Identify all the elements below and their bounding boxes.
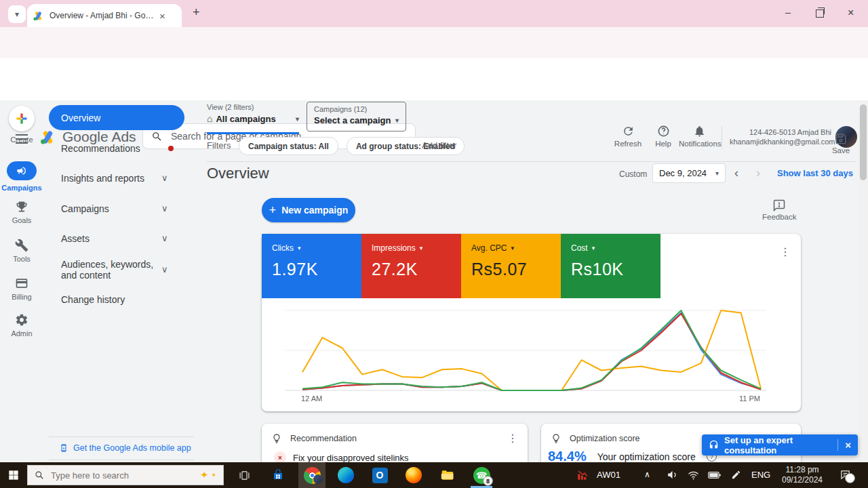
window-minimize-button[interactable]: – [785, 7, 791, 18]
whatsapp-taskbar-button[interactable]: ☎ 8 [468, 462, 495, 488]
nav-item-overview[interactable]: Overview [49, 105, 184, 130]
chevron-down-icon[interactable]: ▾ [511, 245, 514, 251]
wifi-icon[interactable] [688, 470, 699, 481]
rail-admin-label: Admin [0, 329, 43, 338]
nav-item-audiences[interactable]: Audiences, keywords, and content [61, 259, 164, 281]
content-divider [207, 161, 856, 162]
chevron-down-icon: ▾ [15, 9, 19, 19]
chrome-taskbar-button[interactable] [298, 462, 326, 488]
recommendation-kebab-icon[interactable]: ⋮ [507, 432, 518, 445]
chevron-down-icon[interactable]: ▾ [420, 245, 423, 251]
nav-item-campaigns[interactable]: Campaigns [61, 203, 109, 214]
scrollbar-thumb[interactable] [860, 104, 867, 180]
show-last-30-days-link[interactable]: Show last 30 days [777, 168, 853, 178]
language-indicator[interactable]: ENG [751, 470, 770, 480]
metric-tile[interactable]: Impressions ▾ 27.2K [361, 234, 461, 298]
nav-item-insights[interactable]: Insights and reports [61, 173, 144, 184]
chevron-down-icon[interactable]: ∨ [161, 264, 168, 274]
copilot-sparkle-icon: ✦ [200, 469, 209, 481]
save-button[interactable]: Save [826, 133, 856, 155]
tray-app-label[interactable]: AW01 [597, 470, 620, 480]
outlook-taskbar-button[interactable]: O [366, 462, 393, 488]
metric-tile[interactable]: Avg. CPC ▾ Rs5.07 [461, 234, 561, 298]
feedback-button[interactable]: Feedback [762, 199, 796, 221]
metric-tile[interactable]: Clicks ▾ 1.97K [262, 234, 361, 298]
add-filter-button[interactable]: Add filter [422, 140, 456, 150]
performance-chart [285, 304, 766, 405]
volume-icon[interactable] [667, 469, 678, 481]
browser-toolbar: ← → ⟳ ads.google.com/aw/ov... ☆ D ▸ S SQ… [0, 27, 868, 59]
task-view-button[interactable] [231, 462, 258, 488]
microsoft-store-button[interactable] [264, 462, 292, 488]
rail-create[interactable]: Create [0, 106, 43, 144]
tab-close-icon[interactable]: × [159, 10, 165, 22]
taskbar-search-input[interactable] [50, 470, 195, 481]
notifications-button[interactable]: Notifications [679, 125, 719, 148]
campaign-selector[interactable]: Campaigns (12) Select a campaign ▾ [307, 102, 406, 131]
rail-goals[interactable]: Goals [0, 200, 43, 224]
nav-item-recommendations[interactable]: Recommendations [61, 143, 140, 154]
taskbar-search-box[interactable]: ✦ ✦ [27, 465, 224, 485]
view-selector[interactable]: View (2 filters) ⌂ All campaigns ▾ [207, 103, 299, 132]
filter-chip[interactable]: Campaign status: All [239, 137, 338, 155]
edge-icon [338, 467, 354, 483]
nav-item-change-history[interactable]: Change history [61, 294, 125, 305]
metric-label: Avg. CPC [471, 243, 507, 253]
view-selector-value: All campaigns [216, 114, 275, 124]
metric-tile[interactable]: Cost ▾ Rs10K [561, 234, 660, 298]
new-campaign-button[interactable]: + New campaign [262, 198, 355, 222]
expert-consultation-banner[interactable]: Set up an expert consultation × [702, 434, 858, 455]
rail-admin[interactable]: Admin [0, 313, 43, 338]
new-tab-button[interactable]: + [193, 5, 200, 20]
feedback-icon [773, 199, 785, 211]
page-scrollbar[interactable] [859, 100, 868, 462]
rail-billing[interactable]: Billing [0, 277, 43, 301]
file-explorer-button[interactable] [434, 462, 461, 488]
chevron-down-icon[interactable]: ▾ [298, 245, 301, 251]
account-email: khanamjidkhanking@gmail.com [730, 137, 831, 146]
recommendation-item-label[interactable]: Fix your disapproved sitelinks [293, 453, 409, 463]
tray-chart-icon[interactable] [576, 469, 589, 481]
browser-tab[interactable]: Overview - Amjad Bhi - Google × [27, 4, 182, 27]
clock-time[interactable]: 11:28 pm [778, 465, 826, 474]
campaign-megaphone-icon[interactable] [7, 161, 37, 180]
plus-icon: + [269, 203, 277, 218]
chevron-down-icon[interactable]: ∨ [161, 203, 168, 214]
date-next-button[interactable]: › [756, 166, 760, 180]
chevron-down-icon[interactable]: ∨ [161, 233, 168, 243]
refresh-button[interactable]: Refresh [608, 125, 648, 148]
windows-taskbar: ✦ ✦ O ☎ 8 [0, 462, 868, 488]
mobile-app-link[interactable]: Get the Google Ads mobile app [60, 443, 191, 453]
recommendations-badge-dot [168, 146, 174, 151]
edge-taskbar-button[interactable] [332, 462, 359, 488]
window-restore-button[interactable] [816, 9, 824, 20]
chevron-down-icon[interactable]: ∨ [161, 173, 168, 183]
help-button[interactable]: Help [643, 125, 684, 148]
metric-label: Clicks [272, 243, 294, 253]
chevron-down-icon[interactable]: ▾ [592, 245, 595, 251]
clock-date[interactable]: 09/12/2024 [778, 475, 826, 485]
firefox-icon [406, 467, 422, 483]
view-selector-label: View (2 filters) [207, 103, 299, 111]
overview-card-kebab-icon[interactable]: ⋮ [780, 245, 791, 258]
create-plus-icon[interactable] [9, 106, 35, 131]
pen-icon[interactable] [731, 470, 741, 480]
window-close-button[interactable]: × [848, 7, 854, 19]
date-prev-button[interactable]: ‹ [734, 166, 738, 180]
date-picker[interactable]: Dec 9, 2024 ▾ [652, 163, 726, 183]
start-button[interactable] [0, 462, 27, 488]
tab-search-button[interactable]: ▾ [8, 5, 26, 23]
rail-tools[interactable]: Tools [0, 239, 43, 263]
tray-expand-icon[interactable]: ∧ [644, 470, 650, 479]
store-icon [272, 469, 284, 481]
battery-icon[interactable] [708, 470, 721, 480]
rail-goals-label: Goals [0, 216, 43, 224]
firefox-taskbar-button[interactable] [400, 462, 427, 488]
chevron-down-icon: ▾ [715, 169, 719, 177]
banner-close-icon[interactable]: × [837, 439, 851, 451]
nav-divider-bottom [49, 460, 194, 460]
search-icon [151, 131, 163, 142]
action-center-button[interactable] [840, 469, 851, 481]
nav-item-assets[interactable]: Assets [61, 233, 90, 244]
rail-campaigns[interactable]: Campaigns [0, 161, 43, 192]
